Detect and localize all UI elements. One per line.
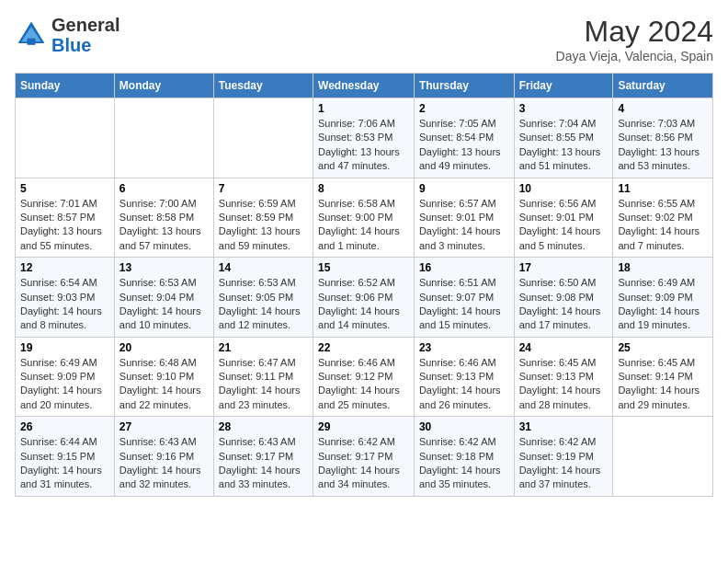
week-row: 1Sunrise: 7:06 AM Sunset: 8:53 PM Daylig… — [16, 98, 713, 178]
day-number: 26 — [20, 420, 109, 433]
day-info: Sunrise: 6:59 AM Sunset: 8:59 PM Dayligh… — [219, 197, 308, 254]
day-number: 7 — [219, 182, 308, 195]
day-info: Sunrise: 6:42 AM Sunset: 9:19 PM Dayligh… — [519, 435, 609, 492]
calendar-cell: 23Sunrise: 6:46 AM Sunset: 9:13 PM Dayli… — [414, 337, 514, 417]
day-number: 11 — [618, 182, 708, 195]
day-info: Sunrise: 7:00 AM Sunset: 8:58 PM Dayligh… — [119, 197, 209, 254]
calendar-cell: 14Sunrise: 6:53 AM Sunset: 9:05 PM Dayli… — [213, 258, 313, 338]
calendar-cell: 16Sunrise: 6:51 AM Sunset: 9:07 PM Dayli… — [414, 258, 514, 338]
day-number: 29 — [318, 420, 409, 433]
calendar-cell: 30Sunrise: 6:42 AM Sunset: 9:18 PM Dayli… — [414, 417, 514, 497]
day-number: 14 — [219, 261, 308, 274]
day-info: Sunrise: 6:46 AM Sunset: 9:13 PM Dayligh… — [419, 356, 509, 413]
calendar-cell: 8Sunrise: 6:58 AM Sunset: 9:00 PM Daylig… — [313, 178, 415, 258]
calendar-body: 1Sunrise: 7:06 AM Sunset: 8:53 PM Daylig… — [16, 98, 713, 497]
calendar-cell: 9Sunrise: 6:57 AM Sunset: 9:01 PM Daylig… — [414, 178, 514, 258]
header-cell-sunday: Sunday — [16, 74, 115, 98]
calendar-header: SundayMondayTuesdayWednesdayThursdayFrid… — [16, 74, 713, 98]
calendar-cell: 19Sunrise: 6:49 AM Sunset: 9:09 PM Dayli… — [16, 337, 115, 417]
calendar-cell: 7Sunrise: 6:59 AM Sunset: 8:59 PM Daylig… — [213, 178, 313, 258]
header-cell-wednesday: Wednesday — [313, 74, 415, 98]
day-info: Sunrise: 6:57 AM Sunset: 9:01 PM Dayligh… — [419, 197, 509, 254]
day-info: Sunrise: 6:51 AM Sunset: 9:07 PM Dayligh… — [419, 276, 509, 333]
calendar-cell: 13Sunrise: 6:53 AM Sunset: 9:04 PM Dayli… — [114, 258, 213, 338]
day-number: 8 — [318, 182, 409, 195]
day-info: Sunrise: 6:55 AM Sunset: 9:02 PM Dayligh… — [618, 197, 708, 254]
day-number: 22 — [318, 341, 409, 354]
calendar-cell — [114, 98, 213, 178]
day-info: Sunrise: 6:47 AM Sunset: 9:11 PM Dayligh… — [219, 356, 308, 413]
day-info: Sunrise: 6:48 AM Sunset: 9:10 PM Dayligh… — [119, 356, 209, 413]
month-title: May 2024 — [556, 15, 713, 49]
day-info: Sunrise: 6:44 AM Sunset: 9:15 PM Dayligh… — [20, 435, 109, 492]
day-number: 28 — [219, 420, 308, 433]
calendar-cell: 2Sunrise: 7:05 AM Sunset: 8:54 PM Daylig… — [414, 98, 514, 178]
calendar-table: SundayMondayTuesdayWednesdayThursdayFrid… — [15, 73, 713, 497]
day-number: 9 — [419, 182, 509, 195]
day-info: Sunrise: 6:42 AM Sunset: 9:18 PM Dayligh… — [419, 435, 509, 492]
calendar-cell: 6Sunrise: 7:00 AM Sunset: 8:58 PM Daylig… — [114, 178, 213, 258]
header-cell-saturday: Saturday — [613, 74, 713, 98]
calendar-cell: 22Sunrise: 6:46 AM Sunset: 9:12 PM Dayli… — [313, 337, 415, 417]
day-number: 3 — [519, 102, 609, 115]
header-cell-tuesday: Tuesday — [213, 74, 313, 98]
day-number: 30 — [419, 420, 509, 433]
calendar-cell: 29Sunrise: 6:42 AM Sunset: 9:17 PM Dayli… — [313, 417, 415, 497]
calendar-cell — [613, 417, 713, 497]
day-number: 25 — [618, 341, 708, 354]
day-info: Sunrise: 6:43 AM Sunset: 9:17 PM Dayligh… — [219, 435, 308, 492]
calendar-cell: 31Sunrise: 6:42 AM Sunset: 9:19 PM Dayli… — [514, 417, 613, 497]
day-number: 18 — [618, 261, 708, 274]
calendar-cell: 3Sunrise: 7:04 AM Sunset: 8:55 PM Daylig… — [514, 98, 613, 178]
header-cell-friday: Friday — [514, 74, 613, 98]
day-number: 20 — [119, 341, 209, 354]
header-cell-monday: Monday — [114, 74, 213, 98]
day-info: Sunrise: 6:49 AM Sunset: 9:09 PM Dayligh… — [618, 276, 708, 333]
logo-icon — [15, 18, 48, 52]
day-number: 12 — [20, 261, 109, 274]
calendar-cell — [213, 98, 313, 178]
day-number: 21 — [219, 341, 308, 354]
day-number: 23 — [419, 341, 509, 354]
calendar-cell: 5Sunrise: 7:01 AM Sunset: 8:57 PM Daylig… — [16, 178, 115, 258]
calendar-cell: 24Sunrise: 6:45 AM Sunset: 9:13 PM Dayli… — [514, 337, 613, 417]
calendar-cell: 4Sunrise: 7:03 AM Sunset: 8:56 PM Daylig… — [613, 98, 713, 178]
day-number: 31 — [519, 420, 609, 433]
day-info: Sunrise: 6:46 AM Sunset: 9:12 PM Dayligh… — [318, 356, 409, 413]
calendar-cell: 10Sunrise: 6:56 AM Sunset: 9:01 PM Dayli… — [514, 178, 613, 258]
calendar-cell: 18Sunrise: 6:49 AM Sunset: 9:09 PM Dayli… — [613, 258, 713, 338]
day-info: Sunrise: 7:05 AM Sunset: 8:54 PM Dayligh… — [419, 117, 509, 174]
calendar-cell: 1Sunrise: 7:06 AM Sunset: 8:53 PM Daylig… — [313, 98, 415, 178]
day-info: Sunrise: 6:45 AM Sunset: 9:13 PM Dayligh… — [519, 356, 609, 413]
day-info: Sunrise: 6:50 AM Sunset: 9:08 PM Dayligh… — [519, 276, 609, 333]
day-info: Sunrise: 6:42 AM Sunset: 9:17 PM Dayligh… — [318, 435, 409, 492]
day-info: Sunrise: 6:49 AM Sunset: 9:09 PM Dayligh… — [20, 356, 109, 413]
day-info: Sunrise: 7:06 AM Sunset: 8:53 PM Dayligh… — [318, 117, 409, 174]
calendar-cell: 28Sunrise: 6:43 AM Sunset: 9:17 PM Dayli… — [213, 417, 313, 497]
day-info: Sunrise: 7:01 AM Sunset: 8:57 PM Dayligh… — [20, 197, 109, 254]
calendar-cell: 21Sunrise: 6:47 AM Sunset: 9:11 PM Dayli… — [213, 337, 313, 417]
calendar-cell: 11Sunrise: 6:55 AM Sunset: 9:02 PM Dayli… — [613, 178, 713, 258]
day-number: 2 — [419, 102, 509, 115]
calendar-cell: 26Sunrise: 6:44 AM Sunset: 9:15 PM Dayli… — [16, 417, 115, 497]
week-row: 19Sunrise: 6:49 AM Sunset: 9:09 PM Dayli… — [16, 337, 713, 417]
day-number: 17 — [519, 261, 609, 274]
header-cell-thursday: Thursday — [414, 74, 514, 98]
day-number: 15 — [318, 261, 409, 274]
day-info: Sunrise: 6:54 AM Sunset: 9:03 PM Dayligh… — [20, 276, 109, 333]
title-block: May 2024 Daya Vieja, Valencia, Spain — [556, 15, 713, 63]
week-row: 12Sunrise: 6:54 AM Sunset: 9:03 PM Dayli… — [16, 258, 713, 338]
day-number: 13 — [119, 261, 209, 274]
day-info: Sunrise: 6:43 AM Sunset: 9:16 PM Dayligh… — [119, 435, 209, 492]
calendar-cell: 17Sunrise: 6:50 AM Sunset: 9:08 PM Dayli… — [514, 258, 613, 338]
calendar-cell: 27Sunrise: 6:43 AM Sunset: 9:16 PM Dayli… — [114, 417, 213, 497]
day-number: 19 — [20, 341, 109, 354]
day-number: 16 — [419, 261, 509, 274]
day-number: 6 — [119, 182, 209, 195]
day-number: 27 — [119, 420, 209, 433]
week-row: 26Sunrise: 6:44 AM Sunset: 9:15 PM Dayli… — [16, 417, 713, 497]
day-info: Sunrise: 6:53 AM Sunset: 9:05 PM Dayligh… — [219, 276, 308, 333]
calendar-cell: 12Sunrise: 6:54 AM Sunset: 9:03 PM Dayli… — [16, 258, 115, 338]
page-header: General Blue May 2024 Daya Vieja, Valenc… — [15, 15, 713, 63]
day-info: Sunrise: 6:58 AM Sunset: 9:00 PM Dayligh… — [318, 197, 409, 254]
